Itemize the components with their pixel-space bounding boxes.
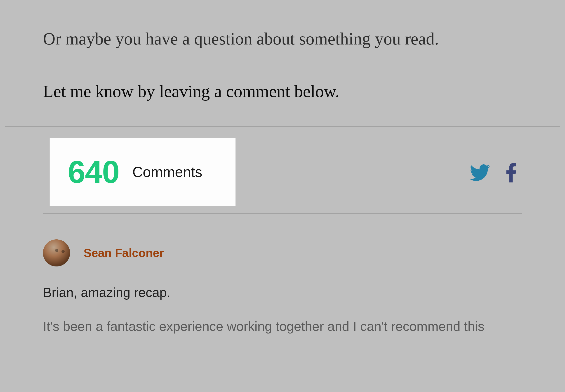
- article-body: Or maybe you have a question about somet…: [0, 0, 565, 126]
- comments-divider: [43, 213, 522, 214]
- article-paragraph: Or maybe you have a question about somet…: [43, 27, 522, 50]
- comments-count-number: 640: [68, 154, 119, 190]
- comment-body-line: Brian, amazing recap.: [43, 282, 522, 303]
- comment-body-line: It's been a fantastic experience working…: [43, 316, 522, 336]
- facebook-icon[interactable]: [506, 163, 517, 182]
- article-paragraph: Let me know by leaving a comment below.: [43, 80, 522, 103]
- twitter-icon[interactable]: [470, 164, 490, 181]
- comments-count-box[interactable]: 640 Comments: [50, 138, 235, 206]
- comment-header: Sean Falconer: [43, 239, 522, 266]
- page-root: Or maybe you have a question about somet…: [0, 0, 565, 392]
- comment-author-link[interactable]: Sean Falconer: [84, 246, 164, 260]
- share-buttons: [470, 163, 517, 182]
- section-divider: [5, 126, 560, 127]
- comment-item: Sean Falconer Brian, amazing recap. It's…: [43, 239, 522, 350]
- comments-count-label: Comments: [132, 164, 202, 181]
- comments-header-bar: 640 Comments: [43, 144, 522, 212]
- avatar[interactable]: [43, 239, 70, 266]
